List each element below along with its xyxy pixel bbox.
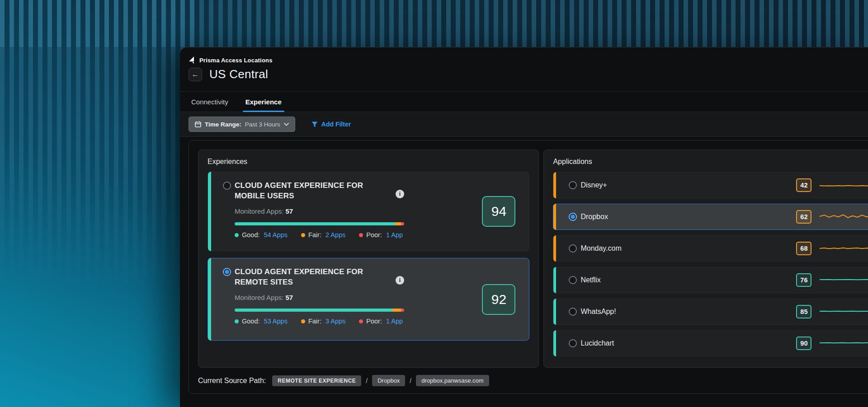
path-chip[interactable]: dropbox.panwsase.com: [416, 375, 489, 386]
application-radio[interactable]: [569, 244, 577, 253]
application-row[interactable]: Disney+ 42: [553, 172, 868, 198]
monitored-apps-label: Monitored Apps:: [235, 294, 283, 301]
prisma-logo-icon: [189, 56, 196, 64]
experience-title: CLOUD AGENT EXPERIENCE FOR REMOTE SITES: [235, 267, 373, 287]
source-path-label: Current Source Path:: [198, 377, 266, 385]
application-sparkline: [820, 337, 868, 349]
application-score-badge: 42: [796, 178, 811, 192]
path-chip[interactable]: Dropbox: [372, 375, 405, 386]
application-radio[interactable]: [569, 339, 577, 347]
experience-card[interactable]: CLOUD AGENT EXPERIENCE FOR MOBILE USERS …: [208, 172, 529, 251]
poor-dot-icon: [359, 319, 363, 323]
application-score-badge: 85: [796, 305, 811, 318]
poor-segment: [401, 309, 404, 312]
application-name: Netflix: [580, 276, 600, 284]
info-icon[interactable]: i: [396, 276, 404, 285]
application-radio[interactable]: [569, 308, 577, 316]
good-label: Good:: [242, 318, 260, 325]
app-title: Prisma Access Locations: [199, 57, 273, 64]
application-name: Lucidchart: [580, 339, 614, 347]
tab-bar: Connectivity Experience: [180, 91, 868, 112]
application-sparkline: [820, 179, 868, 191]
experience-card[interactable]: CLOUD AGENT EXPERIENCE FOR REMOTE SITES …: [208, 258, 529, 341]
experiences-panel: Experiences CLOUD AGENT EXPERIENCE FOR M…: [198, 150, 539, 368]
add-filter-label: Add Filter: [321, 121, 351, 128]
experience-accent-bar: [208, 172, 211, 251]
application-name: Monday.com: [580, 244, 621, 253]
application-sparkline: [820, 274, 868, 286]
application-accent-bar: [553, 299, 556, 325]
application-accent-bar: [553, 172, 556, 198]
path-separator: /: [366, 377, 368, 384]
monitored-apps-value: 57: [285, 294, 293, 301]
path-separator: /: [410, 377, 411, 384]
time-range-label: Time Range:: [205, 121, 241, 128]
application-accent-bar: [553, 267, 556, 293]
application-accent-bar: [553, 330, 556, 356]
application-accent-bar: [553, 204, 556, 230]
background-stripes-left: [0, 0, 194, 407]
poor-dot-icon: [359, 233, 363, 237]
chevron-down-icon: [284, 123, 289, 126]
good-dot-icon: [235, 319, 239, 323]
application-row[interactable]: Monday.com 68: [553, 235, 868, 262]
path-chip[interactable]: REMOTE SITE EXPERIENCE: [272, 375, 361, 386]
applications-panel-title: Applications: [553, 158, 868, 166]
tab-connectivity[interactable]: Connectivity: [189, 92, 231, 112]
application-radio[interactable]: [569, 181, 577, 189]
application-name: Dropbox: [580, 213, 608, 221]
time-range-dropdown[interactable]: Time Range: Past 3 Hours: [189, 117, 295, 132]
poor-count-link[interactable]: 1 App: [386, 318, 403, 325]
poor-segment: [401, 222, 404, 225]
add-filter-button[interactable]: Add Filter: [309, 120, 354, 128]
good-segment: [235, 309, 392, 312]
applications-panel: Applications Disney+ 42 Dropbox 62 Monda…: [543, 150, 868, 368]
application-sparkline: [820, 243, 868, 254]
good-count-link[interactable]: 53 Apps: [264, 318, 288, 325]
application-row[interactable]: Lucidchart 90: [553, 330, 868, 356]
fair-label: Fair:: [308, 231, 321, 239]
fair-label: Fair:: [308, 318, 321, 325]
back-arrow-icon: ←: [192, 70, 199, 79]
application-radio[interactable]: [569, 213, 577, 221]
experience-content: Experiences CLOUD AGENT EXPERIENCE FOR M…: [189, 140, 868, 394]
header: Prisma Access Locations ← US Central: [180, 47, 868, 91]
back-button[interactable]: ←: [189, 68, 202, 81]
active-tab-indicator: [243, 111, 284, 112]
experiences-panel-title: Experiences: [208, 158, 529, 166]
application-radio[interactable]: [569, 276, 577, 284]
fair-dot-icon: [301, 319, 305, 323]
experience-score: 92: [482, 284, 515, 315]
filter-funnel-icon: [311, 122, 318, 127]
application-row[interactable]: Dropbox 62: [553, 204, 868, 230]
good-count-link[interactable]: 54 Apps: [264, 231, 288, 239]
tab-experience[interactable]: Experience: [243, 92, 284, 112]
fair-segment: [395, 222, 401, 225]
tab-label: Experience: [245, 98, 282, 106]
good-dot-icon: [235, 233, 239, 237]
time-range-value: Past 3 Hours: [245, 121, 280, 128]
application-name: Disney+: [580, 181, 607, 189]
fair-count-link[interactable]: 3 Apps: [326, 318, 345, 325]
app-window: Prisma Access Locations ← US Central Con…: [180, 47, 868, 407]
monitored-apps-label: Monitored Apps:: [235, 207, 283, 215]
application-accent-bar: [553, 235, 556, 262]
application-row[interactable]: WhatsApp! 85: [553, 299, 868, 325]
application-row[interactable]: Netflix 76: [553, 267, 868, 293]
poor-count-link[interactable]: 1 App: [386, 231, 403, 239]
experience-radio[interactable]: [223, 182, 231, 190]
poor-label: Poor:: [366, 231, 382, 239]
good-label: Good:: [242, 231, 260, 239]
application-score-badge: 76: [796, 273, 811, 287]
application-score-badge: 62: [796, 210, 811, 224]
app-health-bar: [235, 309, 404, 312]
fair-segment: [392, 309, 401, 312]
experience-score: 94: [482, 196, 515, 227]
experience-radio[interactable]: [223, 268, 231, 276]
fair-dot-icon: [301, 233, 305, 237]
application-score-badge: 90: [796, 337, 811, 350]
fair-count-link[interactable]: 2 Apps: [326, 231, 345, 239]
filter-bar: Time Range: Past 3 Hours Add Filter: [180, 112, 868, 137]
monitored-apps-value: 57: [285, 207, 293, 215]
info-icon[interactable]: i: [396, 190, 404, 198]
